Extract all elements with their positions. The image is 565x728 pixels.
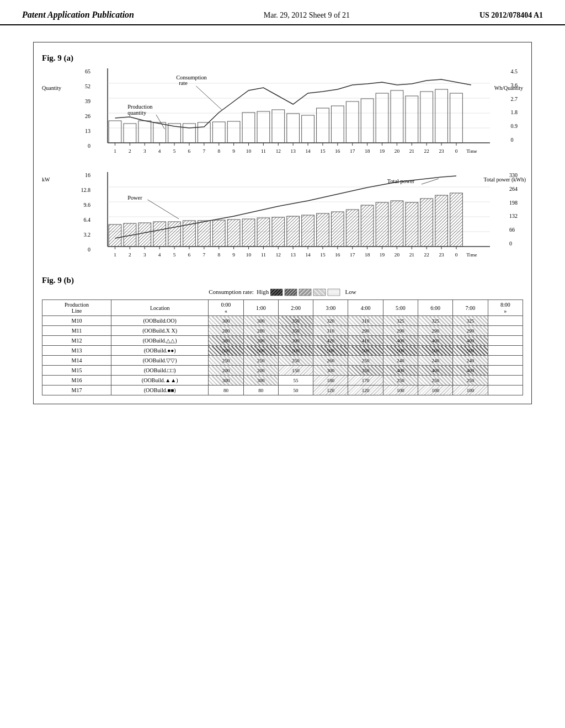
svg-text:8: 8 <box>217 252 220 258</box>
svg-text:12: 12 <box>276 252 281 258</box>
svg-text:16: 16 <box>335 148 340 154</box>
cell-value: 320 <box>313 316 348 326</box>
col-location: Location <box>111 300 208 316</box>
svg-text:0: 0 <box>455 148 458 154</box>
svg-text:quantity: quantity <box>127 110 147 116</box>
svg-text:4: 4 <box>158 252 161 258</box>
svg-rect-179 <box>270 289 282 296</box>
cell-value: 100 <box>383 386 418 395</box>
svg-rect-7 <box>124 124 136 143</box>
chart2-svg: 1 2 3 4 5 6 7 8 9 10 11 12 13 14 <box>90 172 490 260</box>
cell-value: 380 <box>209 336 243 346</box>
cell-value: 325 <box>418 316 453 326</box>
svg-rect-114 <box>450 193 463 247</box>
cell-value: 240 <box>453 356 488 366</box>
svg-text:13: 13 <box>291 148 296 154</box>
cell-value: 500 <box>313 346 348 356</box>
svg-rect-182 <box>313 289 326 296</box>
svg-rect-14 <box>227 121 240 143</box>
page-content: Fig. 9 (a) Quantity Wh/Quantity 65 52 39… <box>0 25 565 437</box>
svg-rect-19 <box>302 115 315 143</box>
cell-value: 50 <box>278 386 313 395</box>
cell-value: 260 <box>313 356 348 366</box>
publication-number: US 2012/078404 A1 <box>479 11 543 20</box>
cell-value: 120 <box>348 386 383 395</box>
svg-text:0: 0 <box>455 252 458 258</box>
cell-location: (OOBuild.■■) <box>111 386 208 395</box>
svg-text:5: 5 <box>173 252 176 258</box>
cell-location: (OOBuild.OO) <box>111 316 208 326</box>
fig9b-label: Fig. 9 (b) <box>42 276 523 285</box>
svg-rect-17 <box>272 110 285 143</box>
svg-text:Time: Time <box>466 252 477 258</box>
svg-rect-102 <box>272 217 285 247</box>
cell-production-line: M13 <box>42 346 111 356</box>
svg-text:21: 21 <box>409 252 415 258</box>
cell-empty <box>488 356 523 366</box>
cell-value: 240 <box>418 356 453 366</box>
svg-text:23: 23 <box>439 148 444 154</box>
svg-rect-9 <box>153 122 166 143</box>
cell-empty <box>488 386 523 395</box>
svg-rect-101 <box>257 218 270 247</box>
chart1-ylabel-right: Wh/Quantity <box>494 85 523 91</box>
svg-rect-23 <box>361 99 374 143</box>
cell-empty <box>488 346 523 356</box>
col-0h: 0:00« <box>209 300 243 316</box>
svg-rect-8 <box>138 121 151 143</box>
col-1h: 1:00 <box>243 300 278 316</box>
cell-value: 290 <box>453 326 488 336</box>
svg-text:6: 6 <box>188 148 191 154</box>
svg-rect-26 <box>406 96 418 143</box>
svg-text:13: 13 <box>291 252 296 258</box>
cell-location: (OOBuild.□□) <box>111 366 208 376</box>
cell-value: 290 <box>348 326 383 336</box>
svg-text:Time: Time <box>466 148 477 154</box>
svg-text:2: 2 <box>129 252 131 258</box>
chart2-area: 1 2 3 4 5 6 7 8 9 10 11 12 13 14 <box>90 172 490 263</box>
cell-value: 250 <box>453 376 488 386</box>
svg-rect-28 <box>435 89 448 143</box>
legend-area: Consumption rate: High <box>42 288 523 296</box>
cell-production-line: M12 <box>42 336 111 346</box>
cell-value: 240 <box>383 356 418 366</box>
cell-production-line: M11 <box>42 326 111 336</box>
cell-location: (OOBuild.△△) <box>111 336 208 346</box>
svg-rect-99 <box>227 220 240 247</box>
table-row: M15(OOBuild.□□)200200150300350400400400 <box>42 366 523 376</box>
svg-rect-110 <box>391 201 403 247</box>
cell-value: 300 <box>243 316 278 326</box>
cell-empty <box>488 376 523 386</box>
svg-text:rate: rate <box>179 80 188 86</box>
svg-text:16: 16 <box>335 252 340 258</box>
cell-production-line: M16 <box>42 376 111 386</box>
svg-rect-6 <box>109 121 121 143</box>
svg-text:6: 6 <box>188 252 191 258</box>
cell-value: 410 <box>348 336 383 346</box>
col-production-line: ProductionLine <box>42 300 111 316</box>
svg-text:8: 8 <box>217 148 220 154</box>
table-header-row: ProductionLine Location 0:00« 1:00 2:00 … <box>42 300 523 316</box>
cell-production-line: M15 <box>42 366 111 376</box>
chart2-container: kW Total power (kWh) 16 12.8 9.6 6.4 3.2… <box>42 172 523 263</box>
table-row: M11(OOBuild.X X)280280350310290290290290 <box>42 326 523 336</box>
svg-text:20: 20 <box>395 252 400 258</box>
cell-production-line: M17 <box>42 386 111 395</box>
cell-empty <box>488 326 523 336</box>
cell-location: (OOBuild.●●) <box>111 346 208 356</box>
svg-text:23: 23 <box>439 252 444 258</box>
cell-empty <box>488 366 523 376</box>
cell-value: 100 <box>418 386 453 395</box>
svg-rect-91 <box>109 224 121 247</box>
svg-text:12: 12 <box>276 148 281 154</box>
cell-location: (OOBuild.▽▽) <box>111 356 208 366</box>
cell-value: 400 <box>418 366 453 376</box>
svg-text:3: 3 <box>143 148 146 154</box>
svg-text:7: 7 <box>202 148 205 154</box>
chart1-container: Quantity Wh/Quantity 65 52 39 26 13 0 <box>42 68 523 159</box>
cell-value: 170 <box>348 376 383 386</box>
cell-location: (OOBuild.▲▲) <box>111 376 208 386</box>
cell-value: 400 <box>453 366 488 376</box>
cell-value: 350 <box>348 366 383 376</box>
col-8h: 8:00» <box>488 300 523 316</box>
